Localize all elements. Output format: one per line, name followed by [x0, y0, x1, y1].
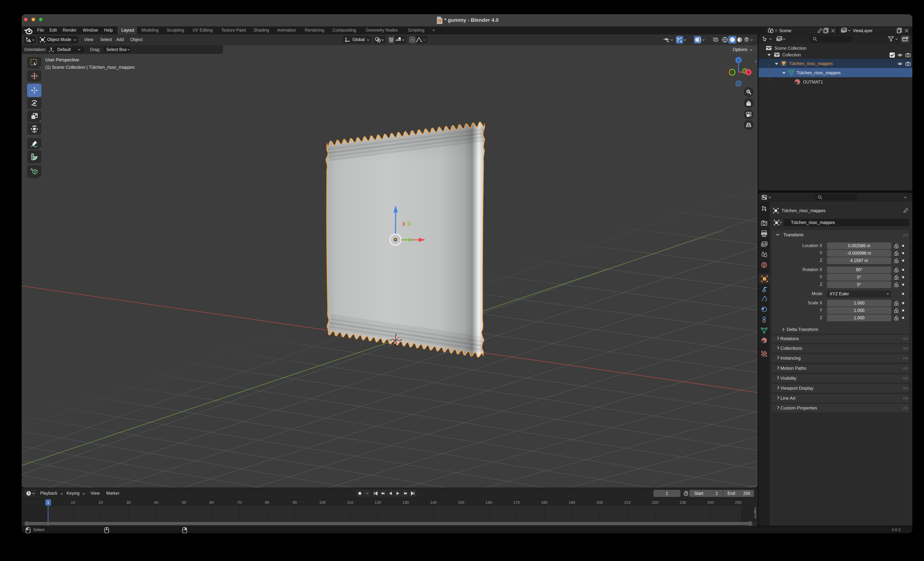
- svg-text:‹: ‹: [755, 58, 757, 64]
- svg-text:Z: Z: [737, 58, 740, 62]
- svg-text:X: X: [747, 70, 750, 75]
- svg-text:Y: Y: [743, 69, 746, 73]
